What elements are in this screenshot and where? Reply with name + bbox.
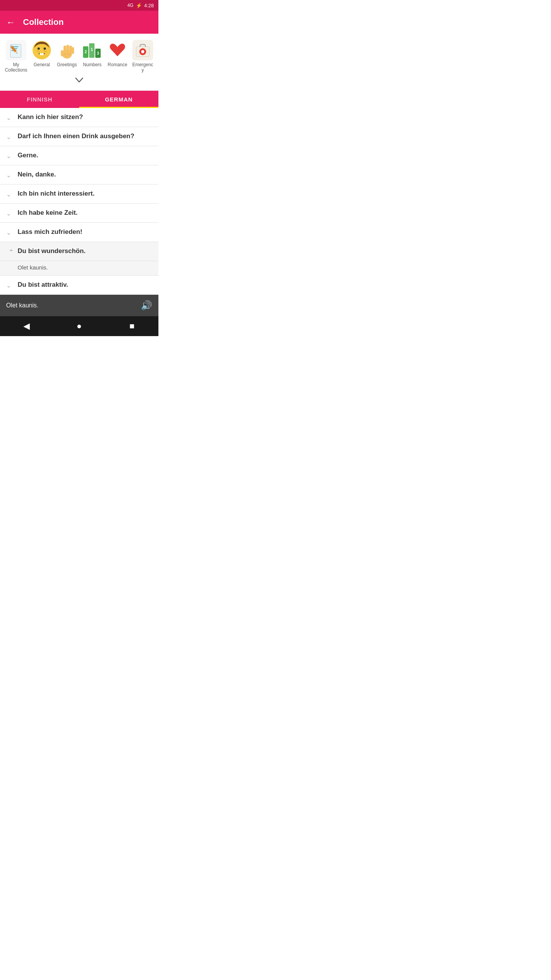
phrase-row-3[interactable]: ⌄ Gerne. xyxy=(0,146,158,165)
chevron-icon-7: ⌄ xyxy=(6,229,14,236)
phrase-row-9[interactable]: ⌄ Du bist attraktiv. xyxy=(0,276,158,295)
category-romance-label: Romance xyxy=(108,62,127,67)
phrase-text-8: Du bist wunderschön. xyxy=(18,247,86,255)
phrase-translation-8: Olet kaunis. xyxy=(0,261,158,276)
category-greetings[interactable]: Greetings xyxy=(54,38,80,75)
emergency-icon xyxy=(132,40,153,60)
phrase-row-4[interactable]: ⌄ Nein, danke. xyxy=(0,165,158,185)
nav-recents-button[interactable]: ■ xyxy=(124,318,140,334)
phrase-text-7: Lass mich zufrieden! xyxy=(18,228,82,236)
svg-rect-21 xyxy=(69,46,72,54)
phrase-text-5: Ich bin nicht interessiert. xyxy=(18,190,95,198)
nav-bar: ◀ ● ■ xyxy=(0,316,158,336)
nav-home-button[interactable]: ● xyxy=(72,318,87,334)
category-general-label: General xyxy=(34,62,50,67)
page-title: Collection xyxy=(23,17,64,27)
svg-point-10 xyxy=(44,47,46,50)
status-bar: 4G ⚡ 4:28 xyxy=(0,0,158,11)
expand-categories-button[interactable] xyxy=(3,75,155,88)
category-my-collections-label: My Collections xyxy=(5,62,28,73)
chevron-icon-4: ⌄ xyxy=(6,172,14,179)
svg-point-12 xyxy=(39,51,40,52)
phrase-row-2[interactable]: ⌄ Darf ich Ihnen einen Drink ausgeben? xyxy=(0,127,158,146)
svg-text:1: 1 xyxy=(91,47,93,52)
category-emergency-label: Emergency xyxy=(132,62,154,73)
phrase-text-2: Darf ich Ihnen einen Drink ausgeben? xyxy=(18,132,134,140)
category-romance[interactable]: Romance xyxy=(105,38,130,75)
back-button[interactable]: ← xyxy=(6,17,15,28)
chevron-icon-8: ⌄ xyxy=(6,248,14,255)
category-general[interactable]: General xyxy=(29,38,54,75)
tab-finnish[interactable]: FINNISH xyxy=(0,91,79,108)
tab-german[interactable]: GERMAN xyxy=(79,91,158,108)
nav-back-button[interactable]: ◀ xyxy=(19,318,34,334)
categories-container: My Collections xyxy=(0,34,158,91)
svg-text:3: 3 xyxy=(97,51,99,56)
svg-rect-20 xyxy=(67,45,69,54)
my-collections-icon xyxy=(6,40,26,60)
category-numbers-label: Numbers xyxy=(83,62,102,67)
phrase-text-9: Du bist attraktiv. xyxy=(18,281,68,289)
chevron-icon-9: ⌄ xyxy=(6,282,14,289)
audio-bar: Olet kaunis. 🔊 xyxy=(0,295,158,316)
phrase-text-3: Gerne. xyxy=(18,152,38,159)
category-my-collections[interactable]: My Collections xyxy=(3,38,29,75)
general-icon xyxy=(31,40,52,60)
svg-point-14 xyxy=(46,51,47,52)
svg-text:2: 2 xyxy=(85,50,87,54)
chevron-icon-5: ⌄ xyxy=(6,191,14,198)
categories-row: My Collections xyxy=(3,38,155,75)
romance-icon xyxy=(107,40,128,60)
signal-icon: 4G xyxy=(127,3,134,8)
svg-rect-22 xyxy=(72,47,74,54)
numbers-icon: 2 1 3 xyxy=(82,40,103,60)
audio-text: Olet kaunis. xyxy=(6,302,136,309)
svg-rect-19 xyxy=(64,46,66,54)
phrase-text-6: Ich habe keine Zeit. xyxy=(18,209,78,217)
chevron-icon-3: ⌄ xyxy=(6,152,14,160)
svg-point-11 xyxy=(37,51,38,52)
phrase-text-1: Kann ich hier sitzen? xyxy=(18,113,83,121)
chevron-icon-6: ⌄ xyxy=(6,210,14,217)
category-greetings-label: Greetings xyxy=(57,62,77,67)
phrase-row-7[interactable]: ⌄ Lass mich zufrieden! xyxy=(0,223,158,242)
app-bar: ← Collection xyxy=(0,11,158,34)
category-numbers[interactable]: 2 1 3 Numbers xyxy=(80,38,105,75)
phrase-row-6[interactable]: ⌄ Ich habe keine Zeit. xyxy=(0,204,158,223)
svg-point-13 xyxy=(44,51,45,52)
phrase-row-5[interactable]: ⌄ Ich bin nicht interessiert. xyxy=(0,185,158,204)
phrase-list: ⌄ Kann ich hier sitzen? ⌄ Darf ich Ihnen… xyxy=(0,108,158,295)
phrase-row-8[interactable]: ⌄ Du bist wunderschön. xyxy=(0,242,158,261)
greetings-icon xyxy=(57,40,77,60)
phrase-row-1[interactable]: ⌄ Kann ich hier sitzen? xyxy=(0,108,158,127)
svg-rect-18 xyxy=(61,50,64,56)
phrase-text-4: Nein, danke. xyxy=(18,171,56,178)
time-display: 4:28 xyxy=(144,3,154,8)
category-emergency[interactable]: Emergency xyxy=(130,38,155,75)
chevron-icon-2: ⌄ xyxy=(6,133,14,140)
tabs-bar: FINNISH GERMAN xyxy=(0,91,158,108)
svg-point-9 xyxy=(37,47,40,50)
chevron-icon-1: ⌄ xyxy=(6,114,14,121)
battery-icon: ⚡ xyxy=(136,3,142,8)
svg-rect-33 xyxy=(141,51,144,52)
volume-button[interactable]: 🔊 xyxy=(141,300,152,311)
